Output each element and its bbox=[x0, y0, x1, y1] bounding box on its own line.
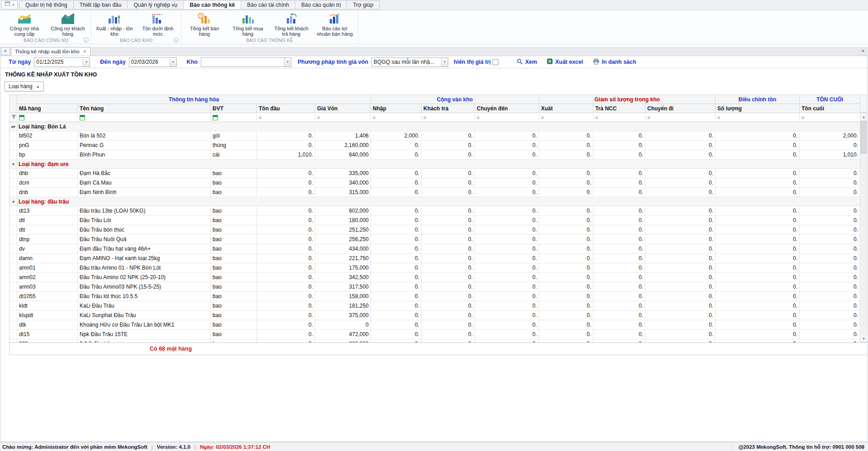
cell[interactable]: 0. bbox=[539, 301, 593, 311]
cell[interactable]: 0. bbox=[257, 273, 315, 282]
cell[interactable]: 0. bbox=[371, 254, 422, 263]
cell[interactable]: 0. bbox=[800, 282, 860, 292]
cell[interactable]: 0. bbox=[371, 150, 422, 160]
cell[interactable]: Npk Đầu Trâu 15TE bbox=[78, 330, 211, 339]
scrollbar-thumb[interactable] bbox=[861, 121, 867, 153]
cell[interactable]: 0. bbox=[371, 169, 422, 178]
cell[interactable]: 0. bbox=[539, 150, 593, 160]
cell[interactable]: 0. bbox=[539, 339, 593, 343]
cell[interactable]: 0. bbox=[422, 169, 475, 178]
filter-cell[interactable]: = bbox=[593, 113, 645, 122]
cell[interactable]: 0. bbox=[800, 169, 860, 178]
ribbon-tab-6[interactable]: Trợ giúp bbox=[347, 0, 379, 9]
cell[interactable]: 0. bbox=[593, 339, 645, 343]
cell[interactable]: 0. bbox=[257, 330, 315, 339]
cell[interactable]: 0. bbox=[422, 178, 475, 188]
cell[interactable]: 251,250 bbox=[315, 225, 371, 235]
cell[interactable]: 0. bbox=[257, 169, 315, 178]
cell[interactable]: 0. bbox=[475, 225, 539, 235]
cell[interactable]: 0. bbox=[539, 320, 593, 330]
cell[interactable]: 0. bbox=[800, 235, 860, 244]
cell[interactable]: 0. bbox=[539, 206, 593, 216]
cell[interactable]: 0. bbox=[593, 254, 645, 263]
cell[interactable]: 0. bbox=[716, 141, 800, 150]
cell[interactable]: 0. bbox=[800, 254, 860, 263]
cell[interactable]: 0. bbox=[539, 188, 593, 197]
cell[interactable]: 0. bbox=[371, 235, 422, 244]
cell[interactable]: 0. bbox=[645, 320, 716, 330]
cell[interactable]: 0. bbox=[716, 131, 800, 141]
column-header[interactable]: Xuất bbox=[539, 104, 593, 113]
cell[interactable]: 0. bbox=[800, 311, 860, 320]
cell[interactable]: bao bbox=[211, 301, 257, 311]
cell[interactable]: 0. bbox=[257, 301, 315, 311]
cell[interactable]: Bón lá 502 bbox=[78, 131, 211, 141]
cell[interactable]: 1,406 bbox=[315, 131, 371, 141]
cell[interactable]: 0. bbox=[371, 330, 422, 339]
cell[interactable]: dnb bbox=[17, 188, 78, 197]
cell[interactable]: Khoáng Hữu cơ Đầu Trâu Lân bột MK1 bbox=[78, 320, 211, 330]
cell[interactable]: 0. bbox=[593, 169, 645, 178]
filter-cell[interactable]: = bbox=[422, 113, 475, 122]
cell[interactable]: 158,000 bbox=[315, 292, 371, 301]
cell[interactable]: 0. bbox=[800, 141, 860, 150]
cell[interactable]: 0. bbox=[539, 311, 593, 320]
column-header[interactable]: Nhập bbox=[371, 104, 422, 113]
column-header[interactable]: Giá Vốn bbox=[315, 104, 371, 113]
cell[interactable]: 0. bbox=[800, 178, 860, 188]
group-by-chip[interactable]: Loại hàng ▲ bbox=[5, 81, 44, 91]
scrollbar-track[interactable] bbox=[860, 154, 867, 335]
cell[interactable]: 0. bbox=[593, 330, 645, 339]
cell[interactable]: 640,000 bbox=[315, 150, 371, 160]
cell[interactable]: 0. bbox=[422, 301, 475, 311]
cell[interactable]: dt15 bbox=[17, 330, 78, 339]
cell[interactable]: 0. bbox=[593, 188, 645, 197]
cell[interactable]: 0. bbox=[257, 216, 315, 225]
ribbon-button-profit-report[interactable]: Báo cáo lợi nhuận bán hàng bbox=[313, 11, 356, 37]
cell[interactable]: dtnp bbox=[17, 235, 78, 244]
ribbon-button-supplier-debt[interactable]: Công nợ nhà cung cấp bbox=[3, 11, 46, 37]
cell[interactable]: 0. bbox=[716, 216, 800, 225]
cell[interactable]: 0. bbox=[593, 263, 645, 273]
cell[interactable]: 0. bbox=[257, 131, 315, 141]
cell[interactable]: 0. bbox=[539, 225, 593, 235]
cell[interactable]: bao bbox=[211, 235, 257, 244]
cell[interactable]: 0. bbox=[645, 206, 716, 216]
cell[interactable]: 200,000 bbox=[315, 339, 371, 343]
cell[interactable]: Đạm Cà Mau bbox=[78, 178, 211, 188]
cell[interactable]: Đầu Trâu lót thúc 10.5.5 bbox=[78, 292, 211, 301]
cell[interactable]: 0. bbox=[475, 311, 539, 320]
filter-cell[interactable]: = bbox=[800, 113, 860, 122]
cell[interactable]: 0. bbox=[716, 301, 800, 311]
cell[interactable]: 0. bbox=[645, 225, 716, 235]
cell[interactable]: 0. bbox=[257, 282, 315, 292]
cell[interactable]: 0. bbox=[475, 339, 539, 343]
cell[interactable]: bao bbox=[211, 311, 257, 320]
doc-tab-inventory-report[interactable]: Thống kê nhập xuất tồn kho ✕ bbox=[11, 47, 90, 56]
print-list-button[interactable]: In danh sách bbox=[593, 58, 636, 66]
cell[interactable]: 963 bbox=[17, 339, 78, 343]
filter-cell[interactable]: = bbox=[645, 113, 716, 122]
cell[interactable]: 0. bbox=[371, 263, 422, 273]
ribbon-tab-0[interactable]: Quản trị hệ thống bbox=[19, 0, 74, 9]
cell[interactable]: 0. bbox=[539, 169, 593, 178]
cell[interactable]: bao bbox=[211, 320, 257, 330]
cell[interactable]: bao bbox=[211, 254, 257, 263]
cell[interactable]: 315,000 bbox=[315, 188, 371, 197]
vertical-scrollbar[interactable]: ▲ ▼ bbox=[860, 113, 868, 342]
column-header[interactable]: Tên hàng bbox=[78, 104, 211, 113]
cell[interactable]: kldt bbox=[17, 301, 78, 311]
cell[interactable]: 0. bbox=[371, 282, 422, 292]
cell[interactable]: 0. bbox=[422, 150, 475, 160]
cell[interactable]: 0. bbox=[645, 292, 716, 301]
cell[interactable]: 0. bbox=[645, 282, 716, 292]
cell[interactable]: 0. bbox=[422, 244, 475, 254]
cell[interactable]: dtt bbox=[17, 225, 78, 235]
cell[interactable]: 0. bbox=[257, 225, 315, 235]
cell[interactable]: 0. bbox=[800, 301, 860, 311]
cell[interactable]: 0. bbox=[539, 273, 593, 282]
column-header[interactable]: Chuyển đi bbox=[645, 104, 716, 113]
collapse-group-icon[interactable]: ▾ bbox=[12, 162, 14, 166]
export-excel-button[interactable]: Xuất excel bbox=[547, 58, 583, 66]
cell[interactable]: 0. bbox=[716, 320, 800, 330]
